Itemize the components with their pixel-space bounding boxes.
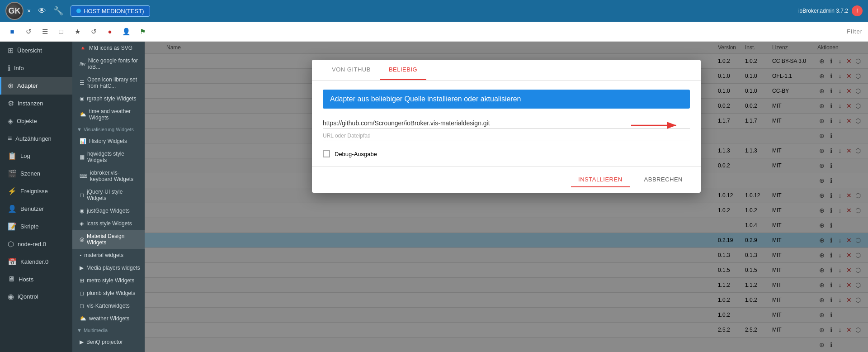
- sidebar-item-aufzaehlungen[interactable]: ≡ Aufzählungen: [0, 130, 72, 147]
- cancel-button[interactable]: ABBRECHEN: [637, 172, 690, 187]
- sidebar-item-iqontrol[interactable]: ◉ iQontrol: [0, 288, 72, 305]
- left-panel-plumb[interactable]: ◻ plumb style Widgets: [72, 287, 145, 300]
- tab-beliebig[interactable]: BELIEBIG: [380, 60, 426, 80]
- toolbar-btn-home[interactable]: ■: [5, 25, 19, 38]
- top-bar: GK × 👁 🔧 HOST MEDION(TEST) ioBroker.admi…: [0, 0, 868, 22]
- left-panel-jquery[interactable]: ◻ jQuery-UI style Widgets: [72, 186, 145, 205]
- modal-dialog: VON GITHUB BELIEBIG Adapter aus beliebig…: [312, 60, 701, 193]
- left-panel-benq[interactable]: ▶ BenQ projector: [72, 336, 145, 348]
- scenes-icon: 🎬: [8, 169, 17, 178]
- host-status-dot: [76, 9, 81, 13]
- left-panel-hqwidgets[interactable]: ▦ hqwidgets style Widgets: [72, 147, 145, 166]
- left-panel-bose[interactable]: — Bose SoundTouch: [72, 348, 145, 352]
- top-bar-right: ioBroker.admin 3.7.2 !: [798, 5, 863, 16]
- toolbar-btn-list[interactable]: ☰: [38, 25, 52, 38]
- toolbar2: ■ ↺ ☰ □ ★ ↺ ● 👤 ⚑ Filter: [0, 22, 868, 42]
- filter-label: Filter: [847, 28, 863, 35]
- left-panel-item-time[interactable]: ⛅ time and weather Widgets: [72, 105, 145, 124]
- sidebar-item-adapter[interactable]: ⊕ Adapter: [0, 77, 72, 95]
- instances-icon: ⚙: [8, 99, 14, 108]
- toolbar-btn-record[interactable]: ●: [103, 25, 117, 38]
- toolbar-btn-refresh[interactable]: ↺: [22, 25, 35, 38]
- left-panel-keyboard[interactable]: ⌨ iobroker.vis-keyboard Widgets: [72, 166, 145, 186]
- modal-title: Adapter aus beliebiger Quelle installier…: [323, 90, 690, 109]
- sidebar-item-log[interactable]: 📋 Log: [0, 147, 72, 165]
- sidebar-item-uebersicht[interactable]: ⊞ Übersicht: [0, 42, 72, 59]
- debug-row: Debug-Ausgabe: [323, 150, 690, 157]
- debug-label: Debug-Ausgabe: [335, 151, 377, 157]
- close-button[interactable]: ×: [27, 7, 31, 14]
- left-panel-item-rgraph[interactable]: ◉ rgraph style Widgets: [72, 92, 145, 105]
- toolbar-btn-flag[interactable]: ⚑: [136, 25, 149, 38]
- modal-tabs: VON GITHUB BELIEBIG: [312, 60, 701, 81]
- left-panel-section-multimedia[interactable]: ▼ Multimedia: [72, 325, 145, 336]
- overview-icon: ⊞: [8, 46, 14, 55]
- sidebar-item-node-red[interactable]: ⬡ node-red.0: [0, 235, 72, 253]
- hosts-icon: 🖥: [8, 275, 15, 283]
- iqontrol-icon: ◉: [8, 292, 14, 301]
- left-panel-material[interactable]: ◎ Material Design Widgets: [72, 230, 145, 249]
- sidebar-item-hosts[interactable]: 🖥 Hosts: [0, 271, 72, 288]
- left-panel-karten[interactable]: ◻ vis-Kartenwidgets: [72, 300, 145, 312]
- toolbar-btn-star[interactable]: ★: [71, 25, 84, 38]
- toolbar-btn-sync[interactable]: ↺: [87, 25, 100, 38]
- scripts-icon: 📝: [8, 222, 17, 231]
- log-icon: 📋: [8, 152, 17, 160]
- sidebar-item-szenen[interactable]: 🎬 Szenen: [0, 165, 72, 182]
- left-panel-metro[interactable]: ⊞ metro style Widgets: [72, 274, 145, 287]
- modal-overlay: VON GITHUB BELIEBIG Adapter aus beliebig…: [145, 42, 868, 352]
- alert-icon[interactable]: !: [852, 5, 863, 16]
- logo: GK: [5, 2, 24, 20]
- sidebar-item-benutzer[interactable]: 👤 Benutzer: [0, 200, 72, 218]
- left-panel-history[interactable]: 📊 History Widgets: [72, 135, 145, 147]
- install-button[interactable]: INSTALLIEREN: [571, 172, 630, 187]
- eye-icon[interactable]: 👁: [38, 6, 46, 16]
- left-panel-justgage[interactable]: ◉ justGage Widgets: [72, 205, 145, 217]
- info-icon: ℹ: [8, 64, 10, 72]
- modal-body: Adapter aus beliebiger Quelle installier…: [312, 81, 701, 166]
- sidebar-item-info[interactable]: ℹ Info: [0, 59, 72, 77]
- user-icon: 👤: [8, 205, 17, 213]
- enum-icon: ≡: [8, 134, 12, 143]
- url-placeholder: URL oder Dateipfad: [323, 131, 690, 141]
- debug-checkbox[interactable]: [323, 150, 330, 157]
- sidebar-item-skripte[interactable]: 📝 Skripte: [0, 218, 72, 235]
- content-area: 🔺 Mfd icons as SVG ffw Nice google fonts…: [72, 42, 868, 352]
- left-panel: 🔺 Mfd icons as SVG ffw Nice google fonts…: [72, 42, 145, 352]
- toolbar-btn-grid[interactable]: □: [54, 25, 68, 38]
- arrow-indicator: [631, 119, 685, 132]
- modal-footer: INSTALLIEREN ABBRECHEN: [312, 166, 701, 193]
- node-red-icon: ⬡: [8, 240, 14, 248]
- left-panel-item-mfd[interactable]: 🔺 Mfd icons as SVG: [72, 42, 145, 54]
- left-panel-weather[interactable]: ⛅ weather Widgets: [72, 312, 145, 325]
- tab-von-github[interactable]: VON GITHUB: [323, 60, 380, 80]
- left-panel-section-vis[interactable]: ▼ Visualisierung Widgets: [72, 124, 145, 135]
- adapter-icon: ⊕: [8, 81, 14, 90]
- wrench-icon[interactable]: 🔧: [53, 6, 63, 16]
- sidebar-item-objekte[interactable]: ◈ Objekte: [0, 112, 72, 130]
- sidebar-item-kalender[interactable]: 📅 Kalender.0: [0, 253, 72, 271]
- modal-url-row: [323, 118, 690, 129]
- sidebar-item-ereignisse[interactable]: ⚡ Ereignisse: [0, 182, 72, 200]
- objects-icon: ◈: [8, 117, 13, 125]
- left-panel-icars[interactable]: ◈ Icars style Widgets: [72, 217, 145, 230]
- host-badge[interactable]: HOST MEDION(TEST): [71, 5, 150, 17]
- sidebar-item-instanzen[interactable]: ⚙ Instanzen: [0, 95, 72, 112]
- left-panel-media[interactable]: ▶ Media players widgets: [72, 262, 145, 274]
- left-panel-material2[interactable]: ▪ material widgets: [72, 249, 145, 262]
- events-icon: ⚡: [8, 187, 17, 195]
- sidebar: ⊞ Übersicht ℹ Info ⊕ Adapter ⚙ Instanzen…: [0, 42, 72, 352]
- left-panel-item-fonts[interactable]: ffw Nice google fonts for ioB...: [72, 54, 145, 73]
- left-panel-item-open-icon[interactable]: ☰ Open icon library set from FatC...: [72, 73, 145, 92]
- calendar-icon: 📅: [8, 257, 17, 266]
- main-layout: ⊞ Übersicht ℹ Info ⊕ Adapter ⚙ Instanzen…: [0, 42, 868, 352]
- toolbar-btn-user[interactable]: 👤: [119, 25, 133, 38]
